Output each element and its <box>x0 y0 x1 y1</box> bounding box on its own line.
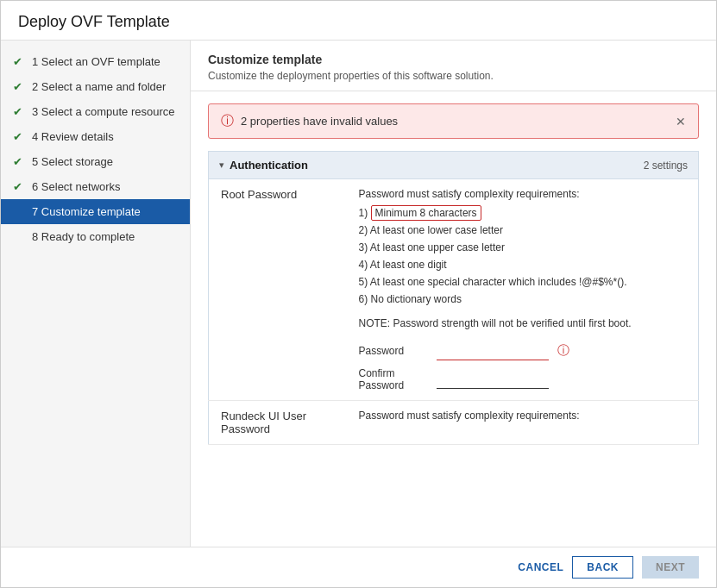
check-icon-3: ✔ <box>13 105 27 118</box>
requirements-title: Password must satisfy complexity require… <box>359 188 687 200</box>
dialog-title: Deploy OVF Template <box>1 1 716 41</box>
check-icon-1: ✔ <box>13 55 27 68</box>
root-password-value: Password must satisfy complexity require… <box>347 179 699 401</box>
rundeck-label: Rundeck UI User Password <box>209 401 347 445</box>
section-header: ▾ Authentication 2 settings <box>208 151 699 179</box>
sidebar-item-ready-to-complete[interactable]: 8 Ready to complete <box>1 224 190 249</box>
settings-table: Root Password Password must satisfy comp… <box>208 179 699 445</box>
req-text-1-highlighted: Minimum 8 characters <box>371 205 481 221</box>
root-password-label: Root Password <box>209 179 347 401</box>
section-count: 2 settings <box>644 160 688 172</box>
content-body: ⓘ 2 properties have invalid values ✕ ▾ A… <box>191 91 716 547</box>
sidebar-label-1: 1 Select an OVF template <box>32 55 160 68</box>
content-subtitle: Customize the deployment properties of t… <box>208 70 699 82</box>
password-input[interactable] <box>437 341 549 360</box>
sidebar-label-2: 2 Select a name and folder <box>32 80 166 93</box>
error-banner: ⓘ 2 properties have invalid values ✕ <box>208 103 699 139</box>
sidebar-label-4: 4 Review details <box>32 130 114 143</box>
sidebar-label-3: 3 Select a compute resource <box>32 105 174 118</box>
req-item-6: 6) No dictionary words <box>359 291 687 307</box>
sidebar-item-review-details[interactable]: ✔ 4 Review details <box>1 124 190 149</box>
content-header: Customize template Customize the deploym… <box>191 41 716 91</box>
check-icon-2: ✔ <box>13 80 27 93</box>
sidebar-item-select-ovf[interactable]: ✔ 1 Select an OVF template <box>1 49 190 74</box>
confirm-password-field-row: ConfirmPassword <box>359 367 687 391</box>
table-row-rundeck: Rundeck UI User Password Password must s… <box>209 401 699 445</box>
error-text: 2 properties have invalid values <box>241 115 669 128</box>
password-label: Password <box>359 345 428 357</box>
req-item-1: 1) Minimum 8 characters <box>359 205 687 221</box>
rundeck-value: Password must satisfy complexity require… <box>347 401 699 445</box>
sidebar-label-7: 7 Customize template <box>32 205 141 218</box>
rundeck-req-title: Password must satisfy complexity require… <box>359 410 687 422</box>
check-icon-4: ✔ <box>13 130 27 143</box>
req-num-4: 4) At least one digit <box>359 259 447 271</box>
req-num-2: 2) At least one lower case letter <box>359 224 503 236</box>
confirm-password-label: ConfirmPassword <box>359 367 428 391</box>
password-field-row: Password ⓘ <box>359 341 687 360</box>
sidebar-item-customize-template[interactable]: 7 Customize template <box>1 199 190 224</box>
req-num-1: 1) <box>359 207 371 219</box>
req-item-3: 3) At least one upper case letter <box>359 240 687 255</box>
error-icon: ⓘ <box>221 113 234 129</box>
section-toggle-icon[interactable]: ▾ <box>219 160 224 171</box>
check-icon-6: ✔ <box>13 180 27 193</box>
req-item-2: 2) At least one lower case letter <box>359 222 687 238</box>
sidebar-label-6: 6 Select networks <box>32 180 121 193</box>
confirm-password-input[interactable] <box>437 370 549 389</box>
req-num-6: 6) No dictionary words <box>359 293 462 305</box>
dialog-footer: CANCEL BACK NEXT <box>1 547 716 587</box>
req-num-3: 3) At least one upper case letter <box>359 241 505 253</box>
next-button[interactable]: NEXT <box>642 556 699 579</box>
sidebar: ✔ 1 Select an OVF template ✔ 2 Select a … <box>1 41 191 547</box>
sidebar-item-select-networks[interactable]: ✔ 6 Select networks <box>1 174 190 199</box>
sidebar-item-select-name[interactable]: ✔ 2 Select a name and folder <box>1 74 190 99</box>
cancel-button[interactable]: CANCEL <box>518 561 563 573</box>
req-item-4: 4) At least one digit <box>359 257 687 272</box>
check-icon-5: ✔ <box>13 155 27 168</box>
deploy-ovf-dialog: Deploy OVF Template ✔ 1 Select an OVF te… <box>0 0 717 588</box>
table-row-root-password: Root Password Password must satisfy comp… <box>209 179 699 401</box>
req-item-5: 5) At least one special character which … <box>359 274 687 290</box>
section-title: Authentication <box>230 159 638 172</box>
note-text: NOTE: Password strength will not be veri… <box>359 316 687 331</box>
sidebar-item-select-compute[interactable]: ✔ 3 Select a compute resource <box>1 99 190 124</box>
sidebar-item-select-storage[interactable]: ✔ 5 Select storage <box>1 149 190 174</box>
back-button[interactable]: BACK <box>572 556 633 579</box>
sidebar-label-5: 5 Select storage <box>32 155 113 168</box>
dialog-body: ✔ 1 Select an OVF template ✔ 2 Select a … <box>1 41 716 547</box>
requirements-list: 1) Minimum 8 characters 2) At least one … <box>359 205 687 307</box>
sidebar-label-8: 8 Ready to complete <box>32 230 135 243</box>
main-content: Customize template Customize the deploym… <box>191 41 716 547</box>
req-num-5: 5) At least one special character which … <box>359 276 627 288</box>
close-error-button[interactable]: ✕ <box>676 115 686 128</box>
password-error-icon: ⓘ <box>557 343 569 359</box>
content-title: Customize template <box>208 53 699 66</box>
